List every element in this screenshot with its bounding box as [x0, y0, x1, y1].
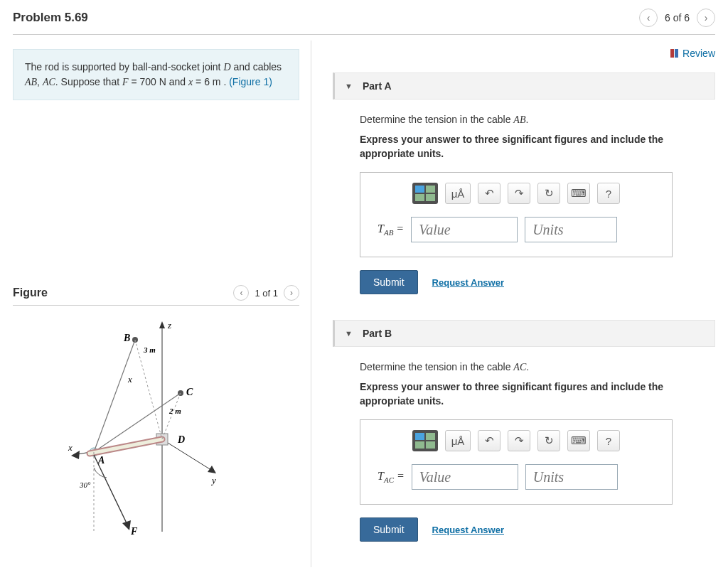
keyboard-button[interactable]: ⌨ [567, 183, 590, 204]
review-bar: Review [333, 41, 715, 73]
part-B-title: Part B [363, 328, 392, 339]
units-picker-button[interactable]: μÅ [445, 183, 471, 204]
part-A-title: Part A [363, 80, 392, 92]
point-D-label: D [177, 434, 185, 445]
angle-label: 30° [79, 481, 91, 489]
figure-link[interactable]: (Figure 1) [229, 76, 272, 87]
review-link[interactable]: Review [670, 48, 715, 59]
part-B-value-input[interactable] [412, 464, 518, 490]
point-C-label: C [186, 387, 193, 397]
part-A-body: Determine the tension in the cable AB. E… [333, 100, 715, 294]
prompt-text: = 700 N [129, 76, 166, 87]
part-B-body: Determine the tension in the cable AC. E… [333, 347, 715, 542]
book-icon [670, 49, 678, 58]
axis-x-label: x [68, 442, 73, 453]
help-button[interactable]: ? [597, 183, 620, 204]
prev-figure-button[interactable]: ‹ [233, 285, 249, 301]
content-columns: The rod is supported by ball-and-socket … [13, 41, 715, 567]
prompt-var: F [122, 77, 129, 87]
prompt-text: . [221, 76, 230, 87]
prompt-var: D [223, 62, 230, 73]
part-B-header[interactable]: ▼ Part B [333, 320, 715, 347]
undo-button[interactable]: ↶ [478, 183, 500, 204]
part-A: ▼ Part A Determine the tension in the ca… [333, 73, 715, 294]
part-A-var-label: TAB = [378, 222, 404, 237]
point-B-label: B [123, 333, 130, 343]
figure-position: 1 of 1 [255, 288, 278, 299]
caret-down-icon: ▼ [345, 82, 353, 90]
left-column: The rod is supported by ball-and-socket … [13, 41, 311, 567]
part-B-question: Determine the tension in the cable AC. [360, 361, 715, 373]
figure-nav: ‹ 1 of 1 › [233, 285, 299, 301]
part-B-request-answer-link[interactable]: Request Answer [432, 525, 504, 535]
redo-button[interactable]: ↷ [508, 430, 530, 451]
part-B-instructions: Express your answer to three significant… [360, 380, 715, 408]
page: Problem 5.69 ‹ 6 of 6 › The rod is suppo… [0, 0, 728, 585]
svg-marker-5 [71, 451, 80, 459]
part-A-answer-box: μÅ ↶ ↷ ↻ ⌨ ? TAB = [360, 172, 673, 257]
problem-statement: The rod is supported by ball-and-socket … [13, 49, 299, 100]
figure-diagram: z y x D B 3 m [13, 318, 299, 539]
part-B-units-input[interactable] [525, 464, 618, 490]
help-button[interactable]: ? [597, 430, 620, 451]
dim-3m: 3 m [143, 345, 156, 354]
part-B-inputs: TAC = [378, 464, 655, 490]
problem-nav: ‹ 6 of 6 › [639, 9, 715, 27]
axis-y-label: y [210, 475, 216, 485]
caret-down-icon: ▼ [345, 329, 353, 338]
reset-button[interactable]: ↻ [537, 183, 560, 204]
prompt-var: AC [43, 77, 55, 87]
prev-problem-button[interactable]: ‹ [639, 9, 658, 27]
svg-marker-1 [159, 321, 165, 328]
part-B-actions: Submit Request Answer [360, 517, 715, 542]
part-B-toolbar: μÅ ↶ ↷ ↻ ⌨ ? [378, 430, 655, 451]
prompt-text: . Suppose that [55, 76, 122, 87]
part-A-actions: Submit Request Answer [360, 270, 715, 294]
part-B-var-label: TAC = [378, 470, 405, 484]
units-picker-button[interactable]: μÅ [445, 430, 471, 451]
page-header: Problem 5.69 ‹ 6 of 6 › [13, 9, 715, 35]
problem-position: 6 of 6 [665, 12, 690, 23]
prompt-text: and cables [231, 61, 282, 73]
part-A-submit-button[interactable]: Submit [360, 270, 418, 294]
part-A-question: Determine the tension in the cable AB. [360, 114, 715, 126]
svg-line-16 [135, 340, 162, 439]
svg-line-17 [162, 393, 181, 439]
figure-title: Figure [13, 286, 48, 299]
undo-button[interactable]: ↶ [478, 430, 500, 451]
svg-marker-15 [122, 520, 131, 530]
next-problem-button[interactable]: › [697, 9, 715, 27]
part-A-value-input[interactable] [411, 217, 518, 242]
svg-marker-3 [208, 466, 216, 473]
next-figure-button[interactable]: › [284, 285, 299, 301]
part-A-request-answer-link[interactable]: Request Answer [432, 277, 504, 288]
prompt-text: and [166, 76, 188, 87]
dim-2m: 2 m [168, 407, 181, 415]
templates-button[interactable] [412, 183, 438, 204]
part-B-submit-button[interactable]: Submit [360, 517, 418, 542]
right-column: Review ▼ Part A Determine the tension in… [311, 41, 715, 567]
part-B-answer-box: μÅ ↶ ↷ ↻ ⌨ ? TAC = [360, 419, 673, 505]
page-title: Problem 5.69 [13, 11, 88, 25]
part-A-units-input[interactable] [525, 217, 617, 242]
part-B: ▼ Part B Determine the tension in the ca… [333, 320, 715, 542]
review-label: Review [682, 48, 715, 59]
part-A-toolbar: μÅ ↶ ↷ ↻ ⌨ ? [378, 183, 655, 204]
redo-button[interactable]: ↷ [508, 183, 530, 204]
part-A-header[interactable]: ▼ Part A [333, 73, 715, 100]
templates-button[interactable] [412, 430, 438, 451]
part-A-instructions: Express your answer to three significant… [360, 133, 715, 161]
svg-line-2 [162, 439, 213, 471]
reset-button[interactable]: ↻ [537, 430, 560, 451]
svg-line-10 [94, 340, 135, 452]
prompt-var: AB [25, 77, 37, 87]
force-F-label: F [130, 526, 138, 537]
figure-header: Figure ‹ 1 of 1 › [13, 285, 299, 306]
prompt-text: = 6 m [193, 76, 220, 87]
keyboard-button[interactable]: ⌨ [567, 430, 590, 451]
svg-line-14 [94, 455, 128, 526]
svg-line-13 [90, 439, 162, 453]
prompt-text: The rod is supported by ball-and-socket … [25, 61, 223, 73]
axis-z-label: z [167, 320, 171, 331]
dim-x: x [127, 374, 132, 385]
